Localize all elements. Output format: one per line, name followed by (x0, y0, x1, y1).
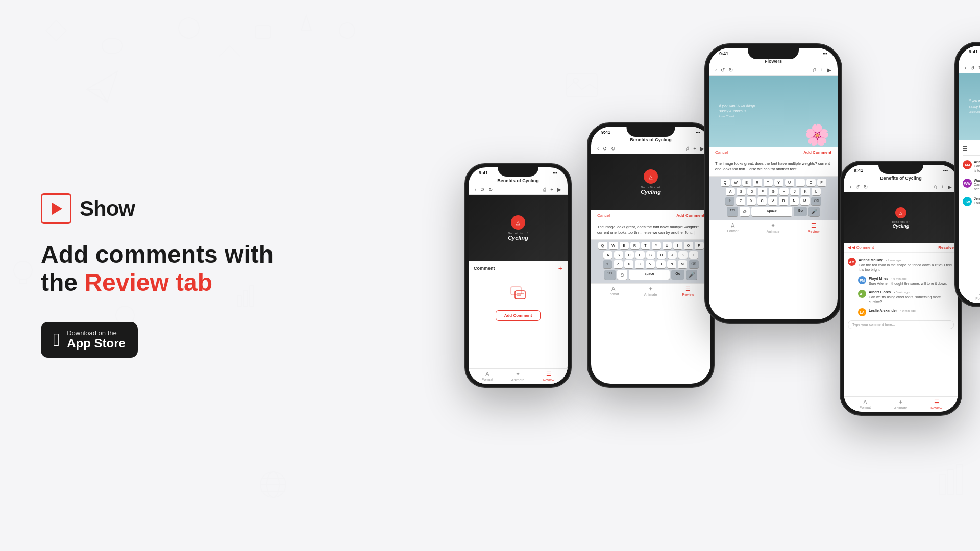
key-3-l[interactable]: L (812, 188, 821, 195)
redo-icon-2[interactable]: ↻ (611, 146, 615, 152)
play-icon-3[interactable]: ▶ (827, 67, 831, 73)
add-icon[interactable]: + (550, 187, 553, 192)
key-t[interactable]: T (641, 242, 650, 249)
undo-icon-3[interactable]: ↺ (721, 67, 725, 73)
key-mic[interactable]: 🎤 (686, 270, 697, 280)
redo-icon-3[interactable]: ↻ (729, 67, 733, 73)
resolve-button[interactable]: Resolve (938, 245, 954, 250)
key-3-mic[interactable]: 🎤 (808, 207, 820, 216)
tab-format-4l[interactable]: AFormat (860, 399, 871, 410)
play-icon-4l[interactable]: ▶ (948, 184, 952, 190)
key-3-k[interactable]: K (801, 188, 810, 195)
tab-format-3[interactable]: AFormat (727, 222, 739, 233)
undo-icon-2[interactable]: ↺ (603, 146, 607, 152)
thread-back-btn[interactable]: ◀ ◀ Comment (848, 245, 874, 250)
back-icon-2[interactable]: ‹ (597, 146, 599, 152)
key-3-x[interactable]: X (747, 197, 756, 205)
key-3-p[interactable]: P (817, 179, 826, 186)
add-icon-3[interactable]: + (820, 67, 823, 73)
redo-icon[interactable]: ↻ (488, 187, 493, 192)
tab-animate-2[interactable]: ✦ Animate (644, 286, 657, 296)
text-input-3[interactable]: The image looks great, does the font hav… (709, 158, 838, 177)
add-comment-btn2[interactable]: Add Comment (676, 213, 704, 218)
key-c[interactable]: C (635, 260, 644, 268)
key-emoji[interactable]: ☺ (617, 270, 627, 280)
key-o[interactable]: O (684, 242, 693, 249)
key-3-z[interactable]: Z (736, 197, 745, 205)
key-3-b[interactable]: B (779, 197, 788, 205)
tab-animate-3[interactable]: ✦Animate (767, 222, 780, 233)
play-icon-2[interactable]: ▶ (700, 146, 704, 152)
key-m[interactable]: M (678, 260, 687, 268)
key-k[interactable]: K (678, 251, 688, 259)
key-3-e[interactable]: E (742, 179, 751, 186)
back-icon-5[interactable]: ‹ (965, 65, 966, 71)
key-3-r[interactable]: R (753, 179, 762, 186)
key-f[interactable]: F (635, 251, 645, 259)
key-3-shift[interactable]: ⇧ (725, 197, 734, 205)
key-e[interactable]: E (620, 242, 629, 249)
tab-format-2[interactable]: A Format (608, 286, 619, 296)
key-3-o[interactable]: O (806, 179, 816, 186)
tab-review-2[interactable]: ☰ Review (682, 286, 694, 296)
key-delete[interactable]: ⌫ (689, 260, 699, 268)
key-3-w[interactable]: W (731, 179, 741, 186)
add-comment-plus[interactable]: + (558, 264, 562, 272)
key-3-u[interactable]: U (785, 179, 794, 186)
key-go[interactable]: Go (671, 270, 684, 280)
back-icon-4l[interactable]: ‹ (850, 184, 851, 190)
tab-review-4l[interactable]: ☰Review (930, 399, 942, 410)
key-3-a[interactable]: A (726, 188, 735, 195)
back-icon-3[interactable]: ‹ (715, 67, 717, 73)
tab-format-5[interactable]: AFormat (975, 290, 980, 301)
tab-animate-4l[interactable]: ✦Animate (894, 399, 908, 410)
key-y[interactable]: Y (652, 242, 661, 249)
key-space[interactable]: space (629, 270, 670, 280)
key-z[interactable]: Z (614, 260, 623, 268)
key-u[interactable]: U (663, 242, 672, 249)
key-3-emoji[interactable]: ☺ (740, 207, 750, 216)
undo-icon[interactable]: ↺ (480, 187, 484, 192)
tab-review-3[interactable]: ☰Review (808, 222, 820, 233)
cancel-btn-3[interactable]: Cancel (715, 150, 728, 155)
cancel-button[interactable]: Cancel (597, 213, 610, 218)
tab-animate[interactable]: ✦ Animate (511, 371, 525, 382)
tab-review[interactable]: ☰ Review (543, 371, 554, 382)
key-3-s[interactable]: S (737, 188, 746, 195)
key-3-v[interactable]: V (768, 197, 777, 205)
key-g[interactable]: G (646, 251, 655, 259)
key-s[interactable]: S (614, 251, 623, 259)
key-3-q[interactable]: Q (721, 179, 730, 186)
add-comment-3[interactable]: Add Comment (803, 150, 831, 155)
key-h[interactable]: H (657, 251, 666, 259)
share-icon-4l[interactable]: ⎙ (934, 184, 937, 190)
undo-icon-5[interactable]: ↺ (970, 65, 974, 71)
share-icon-3[interactable]: ⎙ (813, 67, 816, 73)
key-3-f[interactable]: F (758, 188, 767, 195)
add-icon-2[interactable]: + (693, 146, 696, 152)
app-store-button[interactable]:  Download on the App Store (41, 322, 138, 357)
key-p[interactable]: P (695, 242, 704, 249)
key-3-i[interactable]: I (796, 179, 805, 186)
key-n[interactable]: N (667, 260, 676, 268)
key-3-delete[interactable]: ⌫ (811, 197, 821, 205)
key-a[interactable]: A (603, 251, 612, 259)
key-3-g[interactable]: G (769, 188, 778, 195)
key-3-t[interactable]: T (764, 179, 773, 186)
key-3-m[interactable]: M (800, 197, 810, 205)
key-j[interactable]: J (668, 251, 677, 259)
key-d[interactable]: D (625, 251, 634, 259)
redo-icon-4l[interactable]: ↻ (864, 184, 868, 190)
key-shift[interactable]: ⇧ (603, 260, 612, 268)
share-icon-2[interactable]: ⎙ (686, 146, 689, 152)
key-w[interactable]: W (609, 242, 618, 249)
share-icon[interactable]: ⎙ (543, 187, 546, 192)
key-v[interactable]: V (646, 260, 655, 268)
key-3-d[interactable]: D (747, 188, 756, 195)
add-comment-button[interactable]: Add Comment (496, 310, 541, 321)
key-3-go[interactable]: Go (794, 207, 807, 216)
tab-format[interactable]: A Format (482, 371, 493, 382)
key-123[interactable]: 123 (604, 270, 616, 280)
key-3-c[interactable]: C (757, 197, 767, 205)
key-i[interactable]: I (673, 242, 682, 249)
